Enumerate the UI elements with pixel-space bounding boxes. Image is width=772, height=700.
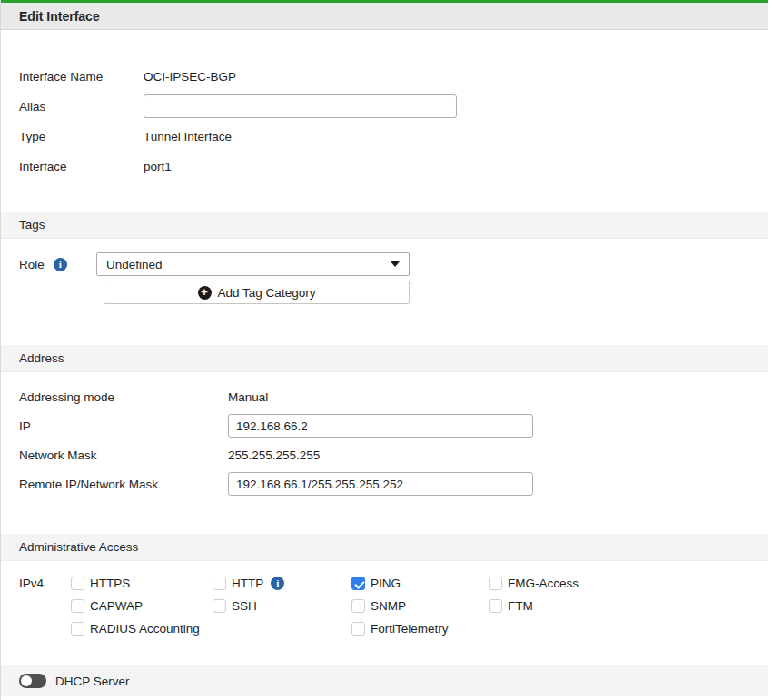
alias-row: Alias [1,94,768,118]
network-mask-value: 255.255.255.255 [228,449,320,462]
general-section: Interface Name OCI-IPSEC-BGP Alias Type … [1,30,768,178]
tags-section-header: Tags [1,212,768,239]
page-title: Edit Interface [19,9,100,24]
checkbox-item-ssh: SSH [213,595,351,617]
capwap-checkbox[interactable] [71,599,84,613]
checkbox-item-ftm: FTM [489,595,579,617]
tags-header-label: Tags [19,218,45,232]
role-dropdown[interactable]: Undefined [96,252,410,276]
ipv4-access-grid: HTTPS HTTP i PING FMG-Access CAPWA [71,572,579,640]
admin-access-section: IPv4 HTTPS HTTP i PING FMG-Access [1,561,768,640]
ip-input[interactable] [228,414,533,438]
network-mask-row: Network Mask 255.255.255.255 [1,445,768,465]
fortitelemetry-checkbox[interactable] [351,622,365,636]
addressing-mode-row: Addressing mode Manual [1,387,768,407]
snmp-checkbox[interactable] [351,599,365,613]
chevron-down-icon [391,261,400,267]
edit-interface-panel: Edit Interface Interface Name OCI-IPSEC-… [0,0,768,700]
type-value: Tunnel Interface [144,130,232,143]
interface-row: Interface port1 [1,154,768,178]
http-info-icon[interactable]: i [271,577,284,590]
interface-name-row: Interface Name OCI-IPSEC-BGP [1,64,768,88]
page-title-bar: Edit Interface [1,3,768,30]
ping-checkbox[interactable] [351,577,365,590]
ipv4-label: IPv4 [19,572,71,595]
alias-label: Alias [19,100,144,113]
network-mask-label: Network Mask [19,449,228,462]
interface-value: port1 [144,160,172,173]
interface-name-value: OCI-IPSEC-BGP [144,70,236,84]
role-row: Role i Undefined [1,252,768,276]
remote-ip-label: Remote IP/Network Mask [19,478,228,491]
checkbox-item-radius-accounting: RADIUS Accounting [71,617,213,640]
toggle-knob-icon [21,675,32,686]
dhcp-server-section-header: DHCP Server [1,665,768,696]
address-section-header: Address [1,345,768,372]
address-section: Addressing mode Manual IP Network Mask 2… [1,372,768,496]
add-tag-category-button[interactable]: + Add Tag Category [104,281,410,304]
fmg-access-checkbox[interactable] [489,577,502,590]
alias-input[interactable] [144,94,457,118]
checkbox-item-ping: PING [351,572,489,595]
role-label: Role [19,258,45,271]
role-info-icon[interactable]: i [54,258,67,271]
type-row: Type Tunnel Interface [1,124,768,148]
interface-label: Interface [19,160,144,173]
ssh-checkbox[interactable] [213,599,226,613]
checkbox-item-fortitelemetry: FortiTelemetry [351,617,489,640]
checkbox-item-fmg-access: FMG-Access [489,572,579,595]
plus-circle-icon: + [198,286,212,300]
ftm-checkbox[interactable] [489,599,502,613]
remote-ip-row: Remote IP/Network Mask [1,472,768,496]
type-label: Type [19,130,144,143]
https-checkbox[interactable] [71,577,84,590]
checkbox-item-snmp: SNMP [351,595,489,617]
remote-ip-input[interactable] [228,472,533,496]
ip-row: IP [1,414,768,438]
radius-accounting-checkbox[interactable] [71,622,84,636]
checkbox-item-http: HTTP i [213,572,351,595]
checkbox-item-https: HTTPS [71,572,213,595]
addressing-mode-label: Addressing mode [19,390,228,404]
http-checkbox[interactable] [213,577,226,590]
tags-section: Role i Undefined + Add Tag Category [1,239,768,304]
address-header-label: Address [19,351,64,365]
interface-name-label: Interface Name [19,70,144,84]
admin-access-header-label: Administrative Access [19,540,138,554]
add-tag-category-label: Add Tag Category [218,286,316,300]
admin-access-section-header: Administrative Access [1,534,768,561]
dhcp-server-toggle[interactable] [19,674,46,688]
dhcp-server-label: DHCP Server [55,675,130,688]
ip-label: IP [19,419,228,433]
role-dropdown-value: Undefined [106,258,163,271]
checkbox-item-capwap: CAPWAP [71,595,213,617]
addressing-mode-value: Manual [228,390,268,404]
